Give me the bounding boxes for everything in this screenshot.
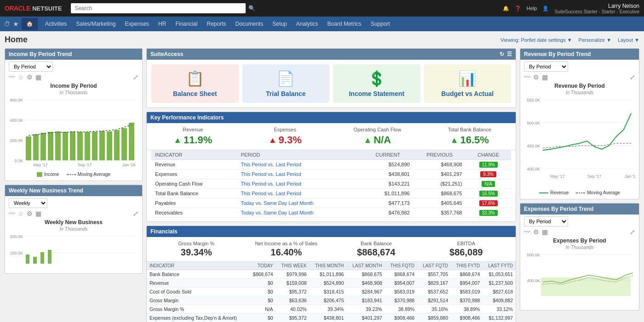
topbar-right: 🔔 ❓ Help 👤 Larry Nelson SuiteSuccess Sta… (503, 3, 639, 14)
weekly-trend-title: Weekly New Business Trend (9, 187, 83, 194)
table-row: Gross Margin % N/A 40.02% 39.34% 39.23% … (147, 305, 516, 314)
expenses-dropdown[interactable]: By Period (524, 216, 568, 226)
kpi-bank-balance: Total Bank Balance ▲ 16.5% (424, 127, 516, 146)
help-icon[interactable]: ❓ (515, 6, 521, 11)
income-trend-dropdown[interactable]: By Period (9, 62, 53, 72)
row-payables-period[interactable]: Today vs. Same Day Last Month (237, 198, 362, 208)
row-payables-indicator: Payables (151, 198, 237, 208)
rev-icon-expand[interactable]: ⤢ (630, 73, 635, 81)
legend-income: Income (37, 172, 59, 177)
legend-income-label: Income (44, 172, 59, 177)
fin-gm-fqtd: $370,988 (385, 296, 418, 305)
svg-rect-17 (92, 132, 98, 160)
viewing-portlet-settings[interactable]: Viewing: Portlet date settings ▼ (500, 37, 572, 43)
suite-card-balance-sheet[interactable]: 📋 Balance Sheet (151, 64, 239, 103)
navbar: ⏱ ★ 🏠 Activities Sales/Marketing Expense… (0, 17, 644, 31)
chart-icon-star[interactable]: ☆ (18, 73, 24, 81)
nav-analytics[interactable]: Analytics (292, 18, 323, 30)
main-grid: Income By Period Trend By Period 〰 ☆ ⚙ ▦… (5, 48, 639, 322)
rev-icon-line[interactable]: 〰 (524, 73, 530, 81)
menu-icon[interactable]: ☰ (507, 51, 512, 57)
row-bankbal-period[interactable]: This Period vs. Last Period (237, 189, 362, 198)
exp-icon-filter[interactable]: ⚙ (533, 228, 539, 236)
weekly-icon-line[interactable]: 〰 (9, 210, 15, 217)
home-history-icon[interactable]: ⏱ (4, 20, 10, 28)
rev-icon-filter[interactable]: ⚙ (533, 73, 539, 81)
favorites-icon[interactable]: ★ (13, 20, 19, 28)
nav-hr[interactable]: HR (154, 18, 171, 30)
nav-activities[interactable]: Activities (40, 18, 71, 30)
fin-bank-lfytd: $1,053,651 (483, 270, 516, 279)
suite-card-budget-vs-actual[interactable]: 📊 Budget vs Actual (424, 64, 512, 103)
row-receivables-period[interactable]: Today vs. Same Day Last Month (237, 208, 362, 218)
svg-rect-21 (121, 128, 127, 160)
fin-rev-lmonth: $468,908 (346, 279, 385, 288)
kpi-bank-balance-value: ▲ 16.5% (427, 134, 512, 146)
row-bankbal-previous: $868,675 (414, 189, 466, 198)
cash-flow-arrow-up: ▲ (363, 136, 372, 145)
expenses-chart-subtitle: In Thousands (524, 245, 635, 250)
budget-vs-actual-icon: 📊 (428, 70, 508, 87)
svg-text:Sep '17: Sep '17 (587, 174, 601, 179)
nav-documents[interactable]: Documents (231, 18, 268, 30)
fin-bank-week: $979,996 (276, 270, 310, 279)
kpi-revenue-value: ▲ 11.9% (150, 134, 236, 146)
nav-board-metrics[interactable]: Board Metrics (323, 18, 366, 30)
nav-sales[interactable]: Sales/Marketing (71, 18, 120, 30)
help-label[interactable]: Help (527, 6, 537, 11)
row-revenue-period[interactable]: This Period vs. Last Period (237, 160, 362, 169)
suite-card-trial-balance[interactable]: 📄 Trial Balance (242, 64, 330, 103)
notifications-icon[interactable]: 🔔 (503, 6, 509, 11)
layout-button[interactable]: Layout ▼ (618, 37, 639, 43)
exp-icon-expand[interactable]: ⤢ (630, 228, 635, 236)
fin-exp-today: $0 (248, 314, 276, 322)
nav-support[interactable]: Support (366, 18, 395, 30)
legend-revenue-line (539, 192, 548, 193)
fin-net-income: Net Income as a % of Sales 16.40% (242, 241, 332, 258)
chart-icon-expand[interactable]: ⤢ (133, 73, 138, 81)
home-icon[interactable]: 🏠 (22, 18, 38, 30)
weekly-icon-bar[interactable]: ▦ (35, 210, 41, 217)
table-row: Bank Balance $868,674 $979,996 $1,011,89… (147, 270, 516, 279)
kpi-table-section: INDICATOR PERIOD CURRENT PREVIOUS CHANGE… (147, 150, 516, 221)
chart-icon-filter[interactable]: ⚙ (27, 73, 33, 81)
refresh-icon[interactable]: ↻ (500, 51, 504, 57)
income-statement-title: Income Statement (337, 90, 417, 97)
revenue-pct: 11.9% (184, 134, 212, 146)
fin-col-this-month: THIS MONTH (310, 262, 347, 270)
fin-net-income-value: 16.40% (242, 247, 332, 258)
fin-cogs-month: $318,415 (310, 288, 347, 296)
svg-text:200.0K: 200.0K (10, 138, 23, 143)
chart-icon-line[interactable]: 〰 (9, 73, 15, 81)
weekly-icon-star[interactable]: ☆ (18, 210, 24, 217)
page-header: Home Viewing: Portlet date settings ▼ Pe… (5, 35, 639, 45)
rev-icon-bar[interactable]: ▦ (542, 73, 548, 81)
nav-setup[interactable]: Setup (268, 18, 291, 30)
user-icon[interactable]: 👤 (542, 6, 549, 11)
row-expenses-period[interactable]: This Period vs. Last Period (237, 169, 362, 179)
weekly-icon-filter[interactable]: ⚙ (27, 210, 33, 217)
kpi-revenue: Revenue ▲ 11.9% (147, 127, 239, 146)
exp-icon-bar[interactable]: ▦ (542, 228, 548, 236)
kpi-col-current: CURRENT (362, 150, 414, 160)
weekly-dropdown[interactable]: Weekly (9, 198, 47, 208)
suite-card-income-statement[interactable]: 💲 Income Statement (333, 64, 420, 103)
nav-financial[interactable]: Financial (171, 18, 202, 30)
expenses-chart-title: Expenses By Period (524, 237, 635, 244)
search-icon[interactable]: 🔍 (248, 5, 255, 11)
personalize-button[interactable]: Personalize ▼ (579, 37, 611, 43)
row-cashflow-period[interactable]: This Period vs. Last Period (237, 179, 362, 189)
svg-text:May '17: May '17 (33, 163, 47, 167)
row-bankbal-indicator: Total Bank Balance (151, 189, 237, 198)
nav-reports[interactable]: Reports (202, 18, 230, 30)
revenue-dropdown[interactable]: By Period (524, 62, 568, 72)
svg-rect-49 (541, 277, 631, 296)
chart-icon-bar[interactable]: ▦ (35, 73, 41, 81)
search-input[interactable] (71, 3, 246, 13)
exp-icon-line[interactable]: 〰 (524, 228, 530, 236)
nav-expenses[interactable]: Expenses (120, 18, 154, 30)
kpi-expenses-value: ▲ 9.3% (243, 134, 328, 146)
weekly-icon-expand[interactable]: ⤢ (133, 210, 138, 217)
fin-gross-margin-value: 39.34% (151, 247, 242, 258)
fin-col-last-fytd: LAST FYTD (483, 262, 516, 270)
